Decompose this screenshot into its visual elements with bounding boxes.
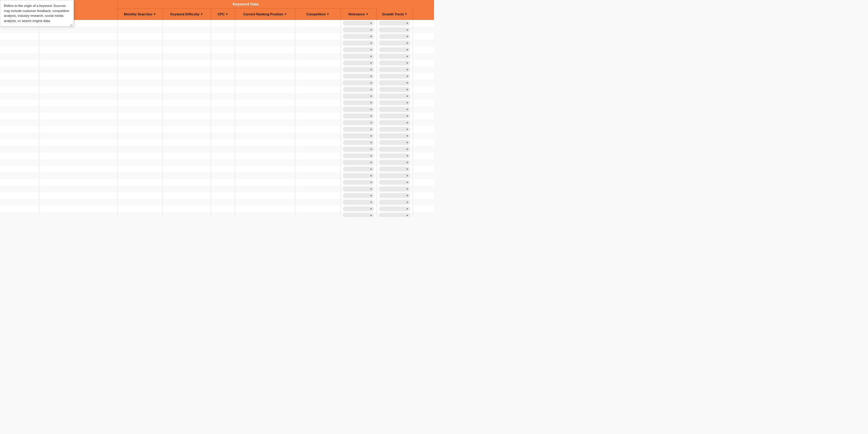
relevance-cell[interactable]: ▼ <box>341 99 377 106</box>
growth-trend-dropdown[interactable]: ▼ <box>379 147 410 152</box>
cpc-cell[interactable] <box>211 106 235 113</box>
growth-trend-cell[interactable]: ▼ <box>377 186 413 192</box>
relevance-cell[interactable]: ▼ <box>341 139 377 146</box>
ranking-cell[interactable] <box>235 133 296 139</box>
relevance-cell[interactable]: ▼ <box>341 192 377 199</box>
growth-trend-cell[interactable]: ▼ <box>377 93 413 99</box>
monthly-searches-cell[interactable] <box>118 179 163 186</box>
growth-trend-dropdown[interactable]: ▼ <box>379 47 410 52</box>
source-cell[interactable] <box>0 40 39 46</box>
source-cell[interactable] <box>0 139 39 146</box>
ranking-cell[interactable] <box>235 179 296 186</box>
relevance-cell[interactable]: ▼ <box>341 146 377 153</box>
source-cell[interactable] <box>0 86 39 93</box>
keyword-difficulty-cell[interactable] <box>163 86 211 93</box>
keyword-difficulty-cell[interactable] <box>163 99 211 106</box>
desc-cell[interactable] <box>39 173 118 179</box>
notes-cell[interactable] <box>413 66 434 73</box>
competition-cell[interactable] <box>296 159 341 166</box>
ranking-cell[interactable] <box>235 93 296 99</box>
monthly-searches-cell[interactable] <box>118 119 163 126</box>
notes-cell[interactable] <box>413 119 434 126</box>
ranking-cell[interactable] <box>235 53 296 60</box>
source-cell[interactable] <box>0 106 39 113</box>
cpc-cell[interactable] <box>211 192 235 199</box>
keyword-difficulty-cell[interactable] <box>163 113 211 119</box>
source-cell[interactable] <box>0 159 39 166</box>
cpc-cell[interactable] <box>211 212 235 217</box>
ranking-cell[interactable] <box>235 66 296 73</box>
growth-trend-dropdown[interactable]: ▼ <box>379 94 410 98</box>
growth-trend-dropdown[interactable]: ▼ <box>379 54 410 59</box>
growth-trend-cell[interactable]: ▼ <box>377 106 413 113</box>
growth-trend-dropdown[interactable]: ▼ <box>379 67 410 72</box>
notes-cell[interactable] <box>413 146 434 153</box>
competition-cell[interactable] <box>296 212 341 217</box>
source-cell[interactable] <box>0 153 39 159</box>
relevance-dropdown[interactable]: ▼ <box>343 21 374 26</box>
growth-trend-dropdown[interactable]: ▼ <box>379 140 410 145</box>
monthly-sort-arrow[interactable]: ▼ <box>153 13 156 16</box>
relevance-dropdown[interactable]: ▼ <box>343 153 374 158</box>
source-cell[interactable] <box>0 199 39 206</box>
desc-cell[interactable] <box>39 40 118 46</box>
notes-cell[interactable] <box>413 173 434 179</box>
ranking-cell[interactable] <box>235 46 296 53</box>
source-cell[interactable] <box>0 80 39 86</box>
ranking-cell[interactable] <box>235 186 296 192</box>
relevance-dropdown[interactable]: ▼ <box>343 81 374 85</box>
cpc-cell[interactable] <box>211 199 235 206</box>
monthly-searches-cell[interactable] <box>118 46 163 53</box>
cpc-cell[interactable] <box>211 133 235 139</box>
keyword-difficulty-cell[interactable] <box>163 106 211 113</box>
keyword-difficulty-cell[interactable] <box>163 73 211 80</box>
growth-trend-dropdown[interactable]: ▼ <box>379 27 410 32</box>
ranking-cell[interactable] <box>235 173 296 179</box>
source-cell[interactable] <box>0 212 39 217</box>
relevance-dropdown[interactable]: ▼ <box>343 147 374 152</box>
notes-cell[interactable] <box>413 179 434 186</box>
growth-trend-cell[interactable]: ▼ <box>377 133 413 139</box>
growth-trend-cell[interactable]: ▼ <box>377 146 413 153</box>
growth-trend-cell[interactable]: ▼ <box>377 212 413 217</box>
keyword-difficulty-cell[interactable] <box>163 146 211 153</box>
competition-cell[interactable] <box>296 46 341 53</box>
desc-cell[interactable] <box>39 80 118 86</box>
desc-cell[interactable] <box>39 212 118 217</box>
source-cell[interactable] <box>0 173 39 179</box>
relevance-cell[interactable]: ▼ <box>341 20 377 27</box>
notes-cell[interactable] <box>413 133 434 139</box>
relevance-cell[interactable]: ▼ <box>341 199 377 206</box>
monthly-searches-cell[interactable] <box>118 80 163 86</box>
notes-cell[interactable] <box>413 99 434 106</box>
relevance-cell[interactable]: ▼ <box>341 186 377 192</box>
keyword-difficulty-cell[interactable] <box>163 166 211 173</box>
notes-cell[interactable] <box>413 53 434 60</box>
competition-sort-arrow[interactable]: ▼ <box>327 13 330 16</box>
relevance-cell[interactable]: ▼ <box>341 53 377 60</box>
notes-cell[interactable] <box>413 199 434 206</box>
cpc-cell[interactable] <box>211 159 235 166</box>
source-cell[interactable] <box>0 33 39 40</box>
relevance-dropdown[interactable]: ▼ <box>343 187 374 191</box>
source-cell[interactable] <box>0 73 39 80</box>
ranking-cell[interactable] <box>235 159 296 166</box>
source-cell[interactable] <box>0 192 39 199</box>
desc-cell[interactable] <box>39 199 118 206</box>
growth-trend-dropdown[interactable]: ▼ <box>379 153 410 158</box>
monthly-searches-cell[interactable] <box>118 133 163 139</box>
keyword-difficulty-cell[interactable] <box>163 186 211 192</box>
desc-cell[interactable] <box>39 66 118 73</box>
relevance-dropdown[interactable]: ▼ <box>343 47 374 52</box>
keyword-difficulty-cell[interactable] <box>163 40 211 46</box>
desc-cell[interactable] <box>39 33 118 40</box>
cpc-sort-arrow[interactable]: ▼ <box>225 13 228 16</box>
monthly-searches-cell[interactable] <box>118 113 163 119</box>
growth-trend-dropdown[interactable]: ▼ <box>379 193 410 198</box>
source-cell[interactable] <box>0 179 39 186</box>
relevance-dropdown[interactable]: ▼ <box>343 213 374 217</box>
competition-cell[interactable] <box>296 199 341 206</box>
competition-cell[interactable] <box>296 86 341 93</box>
monthly-searches-cell[interactable] <box>118 206 163 212</box>
cpc-cell[interactable] <box>211 80 235 86</box>
